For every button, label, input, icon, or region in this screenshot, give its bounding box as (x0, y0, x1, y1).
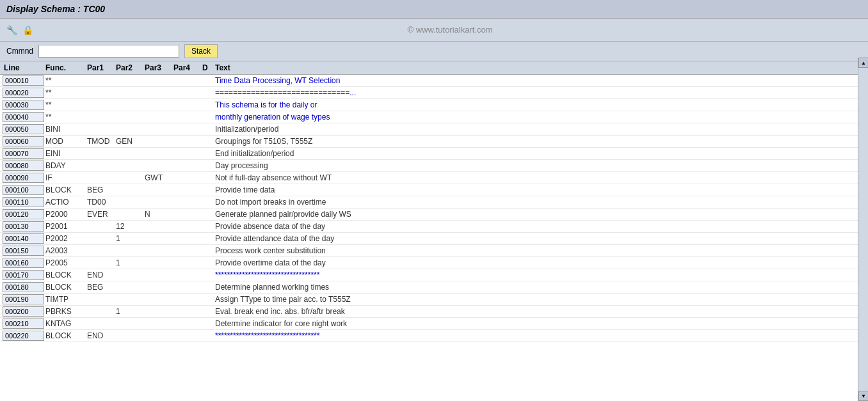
cell-par4 (172, 104, 201, 106)
cell-par1 (86, 80, 115, 81)
cell-func: BLOCK (44, 331, 86, 341)
table-row[interactable]: 000060MODTMODGENGroupings for T510S, T55… (0, 136, 868, 148)
cell-func: ** (44, 75, 86, 86)
cell-d (201, 116, 214, 118)
cell-par4 (172, 311, 201, 312)
cell-par2 (115, 129, 143, 130)
cell-d (201, 311, 214, 312)
table-row[interactable]: 000130P200112Provide absence data of the… (0, 221, 868, 233)
cell-par2 (115, 92, 143, 93)
col-text: Text (214, 63, 865, 73)
cell-func: A2003 (44, 246, 86, 256)
content-area: Line Func. Par1 Par2 Par3 Par4 D Text 00… (0, 61, 868, 401)
settings-icon[interactable]: 🔧 (6, 25, 17, 35)
scrollbar[interactable]: ▲ ▼ (858, 58, 868, 401)
cell-par4 (172, 299, 201, 300)
cell-func: BLOCK (44, 270, 86, 280)
cell-par1 (86, 153, 115, 154)
cell-text: Provide absence data of the day (214, 221, 865, 232)
cell-par1 (86, 238, 115, 239)
table-row[interactable]: 000150A2003Process work center substitut… (0, 245, 868, 257)
cell-line: 000120 (3, 209, 44, 219)
cell-par3 (143, 287, 172, 288)
cell-line: 000140 (3, 233, 44, 244)
table-row[interactable]: 000030**This schema is for the daily or (0, 99, 868, 111)
scroll-up-button[interactable]: ▲ (858, 58, 868, 68)
cell-d (201, 335, 214, 336)
table-row[interactable]: 000160P20051Provide overtime data of the… (0, 257, 868, 269)
table-header: Line Func. Par1 Par2 Par3 Par4 D Text (0, 61, 868, 75)
cell-par2 (115, 201, 143, 203)
cell-par1: TMOD (86, 136, 115, 146)
table-row[interactable]: 000170BLOCKEND**************************… (0, 269, 868, 281)
table-row[interactable]: 000210KNTAGDetermine indicator for core … (0, 318, 868, 330)
cell-d (201, 226, 214, 227)
cell-par4 (172, 92, 201, 93)
table-row[interactable]: 000220BLOCKEND**************************… (0, 330, 868, 342)
command-input[interactable] (38, 45, 179, 58)
cell-par2 (115, 189, 143, 191)
cell-text: Determine planned working times (214, 282, 865, 292)
cell-par2 (115, 323, 143, 324)
cell-par4 (172, 262, 201, 263)
cell-line: 000150 (3, 246, 44, 256)
stack-button[interactable]: Stack (184, 44, 218, 58)
cell-par4 (172, 165, 201, 166)
cell-func: BLOCK (44, 282, 86, 292)
cell-line: 000130 (3, 221, 44, 232)
cell-par3 (143, 262, 172, 263)
lock-icon[interactable]: 🔒 (22, 25, 33, 35)
table-row[interactable]: 000200PBRKS1Eval. break end inc. abs. bf… (0, 306, 868, 318)
cell-func: BINI (44, 124, 86, 134)
cell-par3 (143, 116, 172, 118)
cell-par1: END (86, 270, 115, 280)
cell-func: ** (44, 112, 86, 122)
cell-text: Time Data Processing, WT Selection (214, 75, 865, 86)
cell-text: Groupings for T510S, T555Z (214, 136, 865, 146)
cell-text: End initialization/period (214, 148, 865, 159)
table-row[interactable]: 000110ACTIOTD00Do not import breaks in o… (0, 196, 868, 208)
cell-par3 (143, 129, 172, 130)
title-bar: Display Schema : TC00 (0, 0, 868, 19)
cell-par1 (86, 323, 115, 324)
cell-par1 (86, 250, 115, 251)
table-row[interactable]: 000050BINIInitialization/period (0, 123, 868, 136)
table-row[interactable]: 000090IFGWTNot if full-day absence witho… (0, 172, 868, 184)
table-row[interactable]: 000100BLOCKBEGProvide time data (0, 184, 868, 196)
cell-d (201, 250, 214, 251)
table-row[interactable]: 000120P2000EVERNGenerate planned pair/pr… (0, 208, 868, 221)
cell-par2 (115, 116, 143, 118)
cell-par4 (172, 274, 201, 276)
cell-par4 (172, 250, 201, 251)
table-row[interactable]: 000040**monthly generation of wage types (0, 111, 868, 123)
table-row[interactable]: 000190TIMTPAssign TType to time pair acc… (0, 294, 868, 306)
cell-func: EINI (44, 148, 86, 159)
cell-line: 000040 (3, 112, 44, 122)
cell-par3 (143, 274, 172, 276)
cell-par2 (115, 335, 143, 336)
cell-par2 (115, 104, 143, 106)
cell-text: Process work center substitution (214, 246, 865, 256)
cell-func: P2001 (44, 221, 86, 232)
cell-par1 (86, 165, 115, 166)
table-row[interactable]: 000080BDAYDay processing (0, 160, 868, 172)
cell-func: BLOCK (44, 185, 86, 195)
table-row[interactable]: 000180BLOCKBEGDetermine planned working … (0, 281, 868, 294)
table-row[interactable]: 000070EINIEnd initialization/period (0, 148, 868, 160)
cell-par3 (143, 250, 172, 251)
cell-line: 000100 (3, 185, 44, 195)
cell-d (201, 177, 214, 178)
table-row[interactable]: 000010**Time Data Processing, WT Selecti… (0, 75, 868, 87)
scroll-down-button[interactable]: ▼ (858, 391, 868, 401)
cell-text: Not if full-day absence without WT (214, 173, 865, 183)
cell-line: 000220 (3, 331, 44, 341)
cell-par1: TD00 (86, 197, 115, 207)
table-row[interactable]: 000020**==============================..… (0, 87, 868, 99)
cell-line: 000180 (3, 282, 44, 292)
table-row[interactable]: 000140P20021Provide attendance data of t… (0, 233, 868, 245)
col-par3: Par3 (143, 63, 172, 73)
cell-func: P2000 (44, 209, 86, 219)
cell-d (201, 153, 214, 154)
cell-d (201, 189, 214, 191)
cell-par2 (115, 153, 143, 154)
